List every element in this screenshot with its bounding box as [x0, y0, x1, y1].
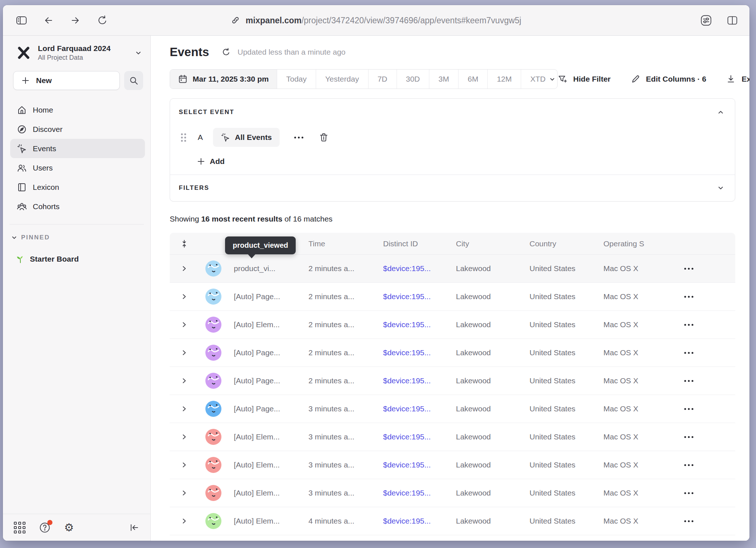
row-menu-button[interactable]: [672, 520, 705, 522]
row-menu-button[interactable]: [672, 268, 705, 270]
sidebar-item-users[interactable]: Users: [10, 158, 145, 177]
event-name-cell[interactable]: [Auto] Page...: [228, 348, 303, 357]
help-icon[interactable]: [39, 521, 51, 534]
event-options-button[interactable]: [293, 134, 305, 141]
event-name-cell[interactable]: [Auto] Elem...: [228, 517, 303, 525]
sidebar-item-lexicon[interactable]: Lexicon: [10, 177, 145, 197]
time-cell: 2 minutes a...: [303, 348, 377, 357]
avatar: [205, 373, 221, 389]
avatar: [205, 401, 221, 417]
collapse-rows-icon[interactable]: [170, 239, 199, 248]
distinct-id-link[interactable]: $device:195...: [377, 432, 450, 441]
distinct-id-link[interactable]: $device:195...: [377, 264, 450, 273]
refresh-icon[interactable]: [221, 47, 231, 57]
reload-icon[interactable]: [96, 14, 109, 27]
range-12m[interactable]: 12M: [487, 70, 521, 89]
split-view-icon[interactable]: [726, 14, 739, 27]
apps-grid-icon[interactable]: [14, 522, 25, 533]
sidebar-item-events[interactable]: Events: [10, 139, 145, 158]
row-menu-button[interactable]: [672, 296, 705, 298]
drag-handle[interactable]: [181, 133, 186, 142]
header-os[interactable]: Operating S: [598, 239, 672, 248]
distinct-id-link[interactable]: $device:195...: [377, 461, 450, 469]
back-icon[interactable]: [42, 14, 55, 27]
address-bar[interactable]: mixpanel.com/project/3472420/view/397469…: [231, 15, 521, 25]
row-expander-chevron[interactable]: [170, 349, 199, 356]
date-range-control: Mar 11, 2025 3:30 pm Today Yesterday 7D …: [170, 69, 558, 89]
row-menu-button[interactable]: [672, 492, 705, 494]
expand-section-icon[interactable]: [717, 184, 725, 192]
header-city[interactable]: City: [450, 239, 524, 248]
os-cell: Mac OS X: [598, 517, 672, 525]
row-expander-chevron[interactable]: [170, 265, 199, 272]
collapse-sidebar-icon[interactable]: [129, 522, 139, 533]
row-expander-chevron[interactable]: [170, 433, 199, 441]
range-30d[interactable]: 30D: [397, 70, 429, 89]
table-row: [Auto] Elem... 3 minutes a... $device:19…: [170, 451, 735, 479]
chevron-down-icon: [134, 49, 142, 57]
row-menu-button[interactable]: [672, 408, 705, 410]
city-cell: Lakewood: [450, 432, 524, 441]
range-yesterday[interactable]: Yesterday: [316, 70, 368, 89]
event-selector-button[interactable]: All Events: [213, 128, 280, 147]
distinct-id-link[interactable]: $device:195...: [377, 376, 450, 385]
range-7d[interactable]: 7D: [368, 70, 397, 89]
distinct-id-link[interactable]: $device:195...: [377, 489, 450, 497]
sidebar-item-home[interactable]: Home: [10, 100, 145, 120]
avatar: [205, 345, 221, 361]
range-3m[interactable]: 3M: [429, 70, 458, 89]
pinned-section-toggle[interactable]: PINNED: [11, 234, 150, 241]
event-name-cell[interactable]: [Auto] Page...: [228, 292, 303, 301]
row-expander-chevron[interactable]: [170, 377, 199, 384]
settings-gear-icon[interactable]: ⚙: [64, 522, 74, 533]
city-cell: Lakewood: [450, 489, 524, 497]
delete-event-button[interactable]: [319, 132, 329, 142]
header-distinct-id[interactable]: Distinct ID: [377, 239, 450, 248]
row-menu-button[interactable]: [672, 436, 705, 438]
date-picker-button[interactable]: Mar 11, 2025 3:30 pm: [170, 70, 277, 89]
event-name-cell[interactable]: product_vi...: [228, 264, 303, 273]
event-name-cell[interactable]: [Auto] Elem...: [228, 489, 303, 497]
distinct-id-link[interactable]: $device:195...: [377, 292, 450, 301]
edit-columns-button[interactable]: Edit Columns · 6: [630, 74, 706, 84]
events-cursor-icon: [17, 144, 27, 154]
export-button[interactable]: Export: [726, 74, 749, 84]
row-menu-button[interactable]: [672, 352, 705, 354]
page-settings-icon[interactable]: [700, 14, 712, 27]
sidebar-item-discover[interactable]: Discover: [10, 120, 145, 139]
event-name-cell[interactable]: [Auto] Elem...: [228, 432, 303, 441]
event-name-cell[interactable]: [Auto] Elem...: [228, 320, 303, 329]
distinct-id-link[interactable]: $device:195...: [377, 348, 450, 357]
row-expander-chevron[interactable]: [170, 461, 199, 469]
distinct-id-link[interactable]: $device:195...: [377, 320, 450, 329]
add-event-button[interactable]: Add: [197, 157, 225, 166]
header-time[interactable]: Time: [303, 239, 377, 248]
row-menu-button[interactable]: [672, 324, 705, 326]
row-menu-button[interactable]: [672, 380, 705, 382]
os-cell: Mac OS X: [598, 320, 672, 329]
sidebar-item-cohorts[interactable]: Cohorts: [10, 197, 145, 216]
distinct-id-link[interactable]: $device:195...: [377, 517, 450, 525]
header-country[interactable]: Country: [524, 239, 598, 248]
range-6m[interactable]: 6M: [458, 70, 487, 89]
range-xtd[interactable]: XTD: [521, 70, 558, 89]
sidebar-toggle-icon[interactable]: [15, 14, 28, 27]
row-expander-chevron[interactable]: [170, 405, 199, 412]
row-expander-chevron[interactable]: [170, 489, 199, 497]
search-button[interactable]: [124, 71, 143, 90]
row-expander-chevron[interactable]: [170, 517, 199, 525]
event-name-cell[interactable]: [Auto] Elem...: [228, 461, 303, 469]
event-name-cell[interactable]: [Auto] Page...: [228, 404, 303, 413]
distinct-id-link[interactable]: $device:195...: [377, 404, 450, 413]
hide-filter-button[interactable]: Hide Filter: [558, 74, 611, 84]
new-button[interactable]: New: [13, 71, 120, 90]
project-selector[interactable]: Lord Farquaad 2024 All Project Data: [3, 44, 150, 62]
collapse-section-icon[interactable]: [717, 108, 725, 116]
event-name-cell[interactable]: [Auto] Page...: [228, 376, 303, 385]
sidebar-item-starter-board[interactable]: Starter Board: [10, 250, 145, 268]
plus-icon: [21, 77, 29, 85]
row-expander-chevron[interactable]: [170, 293, 199, 300]
range-today[interactable]: Today: [277, 70, 316, 89]
row-expander-chevron[interactable]: [170, 321, 199, 328]
row-menu-button[interactable]: [672, 464, 705, 466]
